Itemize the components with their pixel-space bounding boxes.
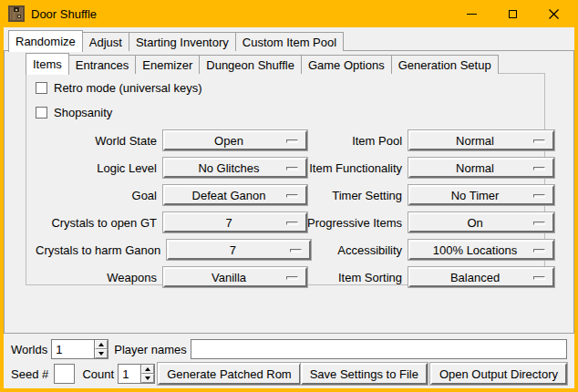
open-output-directory-button[interactable]: Open Output Directory (430, 363, 567, 385)
worlds-value: 1 (52, 340, 94, 358)
goal-dropdown[interactable]: Defeat Ganon (163, 185, 307, 205)
shopsanity-row: Shopsanity (36, 106, 542, 119)
shopsanity-checkbox[interactable] (36, 107, 47, 119)
worlds-spin-down-button[interactable] (95, 349, 108, 358)
count-spinner[interactable]: 1 (118, 364, 155, 384)
options-column-left: World State Open Logic Level No Glitches (36, 130, 307, 294)
crystals-open-gt-label: Crystals to open GT (36, 216, 163, 230)
player-names-label: Player names (114, 343, 186, 356)
progressive-items-dropdown[interactable]: On (408, 212, 554, 232)
randomize-sub-tab-bar: Items Entrances Enemizer Dungeon Shuffle… (5, 53, 573, 74)
retro-mode-label: Retro mode (universal keys) (54, 81, 202, 95)
randomize-tab-page: Items Entrances Enemizer Dungeon Shuffle… (4, 50, 574, 334)
options-grid: World State Open Logic Level No Glitches (36, 130, 542, 294)
worlds-label: Worlds (11, 343, 47, 356)
timer-setting-value: No Timer (451, 189, 500, 202)
close-button[interactable] (533, 0, 574, 27)
tab-adjust[interactable]: Adjust (82, 32, 129, 51)
logic-level-dropdown[interactable]: No Glitches (163, 158, 307, 178)
shopsanity-label: Shopsanity (54, 106, 112, 119)
dropdown-indicator-icon (533, 222, 545, 225)
seed-label: Seed # (11, 367, 48, 381)
progressive-items-label: Progressive Items (307, 216, 408, 230)
timer-setting-dropdown[interactable]: No Timer (408, 185, 554, 205)
logic-level-value: No Glitches (198, 161, 259, 175)
seed-input[interactable] (54, 364, 75, 384)
item-pool-dropdown[interactable]: Normal (408, 130, 554, 150)
item-sorting-dropdown[interactable]: Balanced (408, 267, 554, 287)
dropdown-indicator-icon (286, 194, 298, 198)
progressive-items-value: On (467, 216, 482, 230)
weapons-value: Vanilla (212, 271, 246, 284)
window-title: Door Shuffle (31, 7, 451, 21)
dropdown-indicator-icon (286, 276, 298, 280)
dropdown-indicator-icon (290, 249, 302, 253)
crystals-harm-ganon-label: Crystals to harm Ganon (36, 243, 167, 257)
accessibility-label: Accessibility (307, 243, 408, 257)
retro-mode-row: Retro mode (universal keys) (36, 81, 542, 94)
crystals-open-gt-dropdown[interactable]: 7 (163, 212, 307, 232)
tab-custom-item-pool[interactable]: Custom Item Pool (235, 32, 344, 51)
item-pool-label: Item Pool (307, 134, 408, 148)
dropdown-indicator-icon (533, 194, 545, 198)
tab-randomize[interactable]: Randomize (8, 30, 83, 52)
items-tab-page: Retro mode (universal keys) Shopsanity W… (26, 73, 545, 285)
tab-dungeon-shuffle[interactable]: Dungeon Shuffle (199, 55, 302, 74)
main-tab-bar: Randomize Adjust Starting Inventory Cust… (4, 30, 574, 51)
count-value: 1 (119, 365, 140, 383)
tab-entrances[interactable]: Entrances (68, 55, 137, 74)
arrow-down-icon (145, 377, 150, 380)
logic-level-label: Logic Level (36, 161, 163, 175)
tab-generation-setup[interactable]: Generation Setup (391, 55, 499, 74)
goal-label: Goal (36, 189, 163, 202)
item-pool-value: Normal (456, 134, 494, 148)
save-settings-button[interactable]: Save Settings to File (301, 363, 428, 385)
window-content: Randomize Adjust Starting Inventory Cust… (4, 27, 574, 388)
crystals-harm-ganon-value: 7 (230, 243, 236, 257)
app-window: Door Shuffle Randomize Adjust Starting I… (0, 0, 578, 392)
world-state-label: World State (36, 134, 163, 148)
maximize-icon (509, 10, 517, 18)
tab-items[interactable]: Items (26, 53, 69, 75)
minimize-icon (467, 14, 477, 15)
crystals-open-gt-value: 7 (225, 216, 232, 230)
dropdown-indicator-icon (533, 139, 545, 143)
close-icon (549, 9, 559, 19)
worlds-row: Worlds 1 Player names (11, 339, 567, 359)
count-spin-down-button[interactable] (141, 374, 154, 383)
goal-value: Defeat Ganon (192, 189, 266, 202)
minimize-button[interactable] (451, 0, 492, 27)
weapons-dropdown[interactable]: Vanilla (163, 267, 307, 287)
item-functionality-label: Item Functionality (307, 161, 408, 175)
dropdown-indicator-icon (533, 249, 545, 253)
generate-patched-rom-button[interactable]: Generate Patched Rom (158, 363, 301, 385)
maximize-button[interactable] (492, 0, 533, 27)
item-functionality-dropdown[interactable]: Normal (408, 158, 554, 178)
world-state-dropdown[interactable]: Open (163, 130, 307, 150)
options-column-right: Item Pool Normal Item Functionality Norm… (307, 130, 555, 294)
dropdown-indicator-icon (286, 139, 298, 143)
retro-mode-checkbox[interactable] (36, 82, 47, 94)
tab-enemizer[interactable]: Enemizer (135, 55, 200, 74)
door-app-icon (7, 5, 26, 23)
item-sorting-value: Balanced (450, 271, 500, 284)
dropdown-indicator-icon (286, 222, 298, 225)
dropdown-indicator-icon (533, 276, 545, 280)
bottom-bar: Worlds 1 Player names Seed # (4, 334, 574, 388)
item-functionality-value: Normal (456, 161, 494, 175)
worlds-spin-up-button[interactable] (95, 340, 108, 349)
accessibility-value: 100% Locations (433, 243, 518, 257)
player-names-input[interactable] (191, 339, 567, 359)
world-state-value: Open (214, 134, 243, 148)
count-spin-up-button[interactable] (141, 365, 154, 374)
timer-setting-label: Timer Setting (307, 189, 408, 202)
tab-game-options[interactable]: Game Options (301, 55, 392, 74)
tab-starting-inventory[interactable]: Starting Inventory (129, 32, 236, 51)
crystals-harm-ganon-dropdown[interactable]: 7 (167, 240, 311, 260)
worlds-spinner[interactable]: 1 (51, 339, 108, 359)
dropdown-indicator-icon (533, 167, 545, 170)
title-bar: Door Shuffle (4, 0, 574, 27)
item-sorting-label: Item Sorting (307, 271, 408, 284)
accessibility-dropdown[interactable]: 100% Locations (408, 240, 554, 260)
arrow-up-icon (145, 367, 150, 371)
